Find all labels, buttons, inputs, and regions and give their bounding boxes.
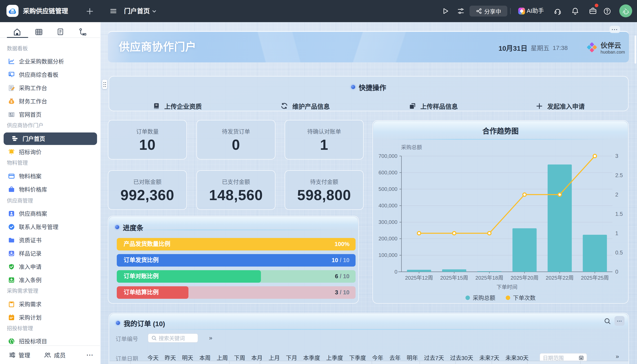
svg-text:3: 3 xyxy=(615,153,618,159)
svg-text:100,000: 100,000 xyxy=(378,252,398,258)
svg-text:0.5: 0.5 xyxy=(615,250,623,256)
svg-text:下单时间: 下单时间 xyxy=(496,284,518,290)
svg-text:0: 0 xyxy=(615,269,618,275)
svg-text:700,000: 700,000 xyxy=(378,153,398,159)
svg-text:$: $ xyxy=(10,100,12,103)
svg-text:300,000: 300,000 xyxy=(378,219,398,225)
svg-text:400,000: 400,000 xyxy=(378,202,398,208)
svg-text:200,000: 200,000 xyxy=(378,236,398,242)
svg-text:600,000: 600,000 xyxy=(378,170,398,176)
svg-text:2025年22周: 2025年22周 xyxy=(546,275,574,281)
svg-text:1: 1 xyxy=(615,230,618,236)
svg-text:2025年18周: 2025年18周 xyxy=(475,275,503,281)
svg-text:2: 2 xyxy=(615,192,618,198)
svg-text:0: 0 xyxy=(394,269,398,275)
svg-text:500,000: 500,000 xyxy=(378,186,398,192)
svg-text:2.5: 2.5 xyxy=(615,172,623,178)
svg-text:采购总额: 采购总额 xyxy=(401,144,422,150)
svg-text:2025年25周: 2025年25周 xyxy=(581,275,609,281)
svg-text:2025年20周: 2025年20周 xyxy=(510,275,538,281)
svg-text:2025年15周: 2025年15周 xyxy=(440,275,468,281)
svg-text:1.5: 1.5 xyxy=(615,211,623,217)
svg-text:2025年12周: 2025年12周 xyxy=(405,275,433,281)
